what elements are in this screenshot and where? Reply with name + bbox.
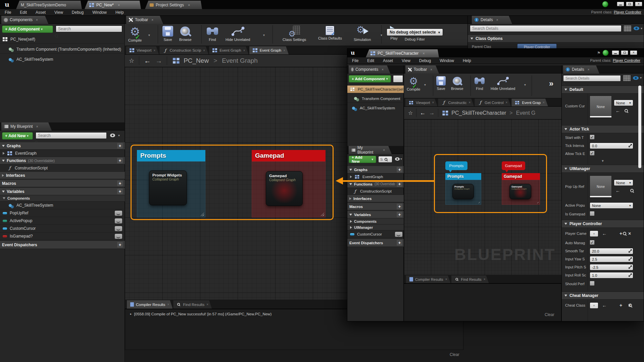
expand-advanced-icon[interactable]: ▾: [599, 159, 607, 163]
eye-closed-icon[interactable]: [115, 211, 122, 216]
section-uimanager[interactable]: UIManager: [562, 165, 644, 173]
component-row-self-selected[interactable]: PC_SkillTreeCharacter(sel: [347, 86, 404, 93]
close-icon[interactable]: ×: [543, 101, 545, 104]
tick-interval-field[interactable]: 0.0: [590, 143, 633, 149]
tab-viewport[interactable]: Viewport ×: [126, 46, 159, 54]
tab-get-control[interactable]: ƒ Get Control ×: [475, 99, 511, 106]
toolbar-tab[interactable]: Toolbar ×: [405, 65, 439, 73]
popup-ref-thumbnail[interactable]: None: [590, 175, 612, 198]
parent-class-chip[interactable]: Player Controller: [517, 44, 557, 48]
close-icon[interactable]: ×: [430, 68, 432, 71]
menu-debug[interactable]: Debug: [419, 58, 431, 63]
section-actor-tick[interactable]: Actor Tick: [562, 125, 644, 133]
eye-closed-icon[interactable]: [115, 234, 122, 239]
section-macros[interactable]: Macros +: [347, 203, 404, 210]
child-asset-tab[interactable]: PC_SkillTreeCharacter ×: [366, 49, 439, 57]
menu-asset[interactable]: Asset: [36, 10, 46, 15]
close-icon[interactable]: ×: [36, 18, 38, 22]
hide-unrelated-caret[interactable]: ▾: [524, 83, 526, 87]
add-new-button[interactable]: + Add New ▾: [2, 132, 33, 140]
parent-class-value[interactable]: Player Controller: [614, 10, 641, 14]
should-perform-checkbox[interactable]: [590, 281, 595, 286]
add-variable-button[interactable]: +: [397, 212, 402, 217]
allow-tick-checkbox[interactable]: ✓: [590, 151, 595, 156]
hide-unrelated-button[interactable]: Hide Unrelated: [226, 26, 250, 42]
menu-edit[interactable]: Edit: [20, 10, 27, 15]
breadcrumb-root[interactable]: PC_New: [184, 57, 209, 64]
tab-construction-script[interactable]: ƒ Constructic ×: [438, 99, 474, 106]
hide-unrelated-button[interactable]: Hide Unrelated: [491, 76, 515, 91]
menu-edit[interactable]: Edit: [367, 58, 374, 63]
close-icon[interactable]: ×: [423, 51, 425, 55]
category-components[interactable]: Components: [0, 195, 125, 202]
find-button[interactable]: Find: [475, 76, 485, 91]
menu-view[interactable]: View: [402, 58, 410, 63]
favorite-star-icon[interactable]: ☆: [129, 57, 134, 64]
my-blueprint-search-input[interactable]: [36, 132, 107, 139]
add-graph-button[interactable]: +: [397, 167, 402, 172]
close-window-button[interactable]: ×: [630, 50, 637, 55]
my-blueprint-search-collapsed[interactable]: S: [378, 156, 392, 163]
chevron-down-icon[interactable]: ▾: [118, 134, 120, 137]
close-icon[interactable]: ×: [432, 101, 434, 104]
tab-viewport[interactable]: Viewport ×: [405, 99, 437, 106]
details-search-input[interactable]: [470, 25, 622, 32]
chevron-down-icon[interactable]: ▾: [400, 157, 402, 161]
close-icon[interactable]: ×: [468, 101, 470, 104]
close-icon[interactable]: ×: [206, 303, 208, 306]
var-row-customcursor[interactable]: CustomCursor: [0, 225, 125, 232]
minimize-button[interactable]: [617, 2, 624, 6]
eye-filter-icon[interactable]: [633, 76, 639, 80]
tab-compiler-results[interactable]: Compiler Results ×: [406, 275, 451, 283]
save-button[interactable]: Save: [162, 26, 173, 42]
close-icon[interactable]: ×: [188, 3, 190, 7]
input-yaw-field[interactable]: 2.5: [590, 256, 633, 262]
add-macro-button[interactable]: +: [117, 180, 123, 186]
eye-filter-icon[interactable]: [634, 27, 639, 30]
parent-class-value[interactable]: Player Controller: [613, 58, 640, 62]
maximize-button[interactable]: [626, 2, 633, 6]
close-icon[interactable]: ×: [36, 125, 38, 128]
section-event-dispatchers[interactable]: Event Dispatchers +: [347, 239, 404, 247]
use-selected-icon[interactable]: ←: [615, 108, 620, 113]
asset-tab-pcnew[interactable]: PC_New* ×: [85, 1, 141, 9]
menu-help[interactable]: Help: [115, 10, 124, 15]
close-icon[interactable]: ×: [506, 101, 508, 104]
add-dispatcher-button[interactable]: +: [397, 240, 402, 246]
input-roll-field[interactable]: 1.0: [590, 272, 633, 278]
add-element-icon[interactable]: +: [620, 303, 622, 308]
auto-manage-checkbox[interactable]: ✓: [590, 240, 595, 245]
section-graphs[interactable]: Graphs +: [0, 142, 125, 150]
start-with-tick-checkbox[interactable]: ✓: [590, 135, 595, 140]
tab-find-results[interactable]: Find Results ×: [451, 275, 489, 283]
component-row-skilltree[interactable]: AC_SkillTreeSystem: [347, 104, 404, 112]
clear-reference-icon[interactable]: ×: [628, 231, 631, 236]
eye-filter-icon[interactable]: [110, 134, 115, 137]
custom-cursor-thumbnail[interactable]: None: [590, 96, 612, 118]
use-selected-icon[interactable]: ←: [602, 303, 607, 308]
chevron-down-icon[interactable]: ▾: [640, 76, 642, 80]
play-options-caret[interactable]: ▾: [381, 33, 382, 37]
eye-closed-icon[interactable]: [395, 232, 402, 237]
section-player-controller[interactable]: Player Controller: [562, 220, 644, 228]
menu-file[interactable]: File: [5, 10, 11, 15]
var-row-popupref[interactable]: PopUpRef: [0, 209, 125, 217]
row-constructionscript[interactable]: ƒ ConstructionScript: [347, 188, 404, 195]
row-constructionscript[interactable]: ƒ ConstructionScript: [0, 164, 125, 172]
maximize-button[interactable]: [621, 50, 628, 55]
tab-event-graph[interactable]: Event Grap ×: [511, 99, 548, 106]
add-graph-button[interactable]: +: [117, 143, 123, 149]
tab-compiler-results[interactable]: Compiler Results ×: [127, 300, 172, 309]
property-matrix-button[interactable]: [624, 25, 632, 32]
category-components[interactable]: Components: [347, 218, 404, 224]
menu-window[interactable]: Window: [440, 58, 454, 63]
cheat-class-dropdown[interactable]: ▾: [590, 302, 598, 309]
green-status-icon[interactable]: [602, 1, 608, 7]
add-dispatcher-button[interactable]: +: [117, 242, 123, 248]
section-variables[interactable]: Variables +: [0, 188, 125, 195]
close-icon[interactable]: ×: [283, 49, 285, 52]
tab-event-graph-1[interactable]: Event Graph ×: [209, 46, 248, 54]
section-interfaces[interactable]: Interfaces: [0, 172, 125, 179]
close-icon[interactable]: ×: [167, 303, 169, 306]
component-row-transform[interactable]: Transform Component (TransformComponent0…: [0, 45, 125, 54]
